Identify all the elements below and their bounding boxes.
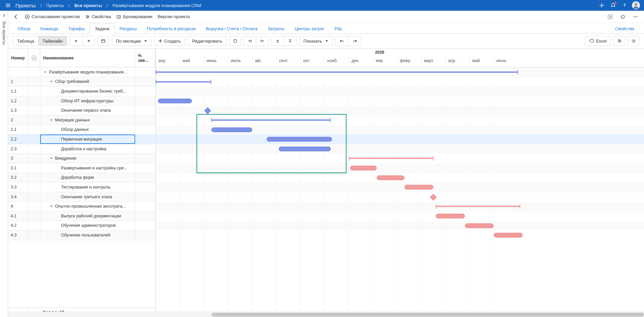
breadcrumb-1[interactable]: Все проекты [74,3,102,8]
settings-button[interactable] [628,36,639,46]
gantt-summary-bar[interactable] [436,206,520,207]
main-tabs: Обзор Команда Тарифы Задачи Ресурсы Потр… [8,23,644,34]
approval-button[interactable]: Согласование проектов [25,14,80,19]
table-row[interactable]: 3.1Развертывание и настройка сре... [8,163,155,173]
help-button[interactable]: ? [621,1,629,9]
table-row[interactable]: Развёртывание модуля планирования... [8,67,155,77]
hamburger-menu[interactable] [4,1,12,9]
show-dropdown[interactable]: Показать [299,36,332,46]
gantt-summary-bar[interactable] [349,158,433,159]
booking-button[interactable]: Бронирование [116,14,153,19]
create-button[interactable]: Создать [154,36,185,46]
tab-overview[interactable]: Обзор [13,23,36,34]
scale-dropdown[interactable]: По месяцам [112,36,151,46]
gantt-summary-bar[interactable] [156,81,211,83]
col-header-number[interactable]: Номер [8,49,28,67]
table-row[interactable]: 3.2Доработка форм [8,173,155,183]
tab-resource-demand[interactable]: Потребность в ресурсах [142,23,201,34]
move-down-button[interactable] [284,36,296,46]
col-header-checkbox[interactable] [28,49,40,67]
edit-button[interactable]: Редактировать [188,36,227,46]
outdent-button[interactable] [244,36,256,46]
view-table-button[interactable]: Таблица [13,36,38,46]
table-row[interactable]: 4.1Выпуск рабочей документации [8,211,155,221]
breadcrumb-0[interactable]: Проекты [46,3,64,8]
scrollbar-thumb[interactable] [212,313,644,317]
popout-button[interactable] [606,13,614,20]
svg-point-2 [635,3,637,6]
svg-point-9 [634,16,635,17]
tab-revenue[interactable]: Выручка / Счета / Оплата [201,23,263,34]
tab-team[interactable]: Команда [36,23,63,34]
expand-toggle[interactable] [43,70,48,74]
columns-button[interactable] [614,36,625,46]
table-row[interactable]: 4.2Обучение администраторов [8,221,155,231]
rail-label[interactable]: Все проекты [2,21,6,45]
rail-expand-icon[interactable] [2,13,6,17]
horizontal-scrollbar[interactable] [8,312,644,317]
table-row[interactable]: 2.2Первичная миграция [8,135,155,144]
nav-prev-button[interactable] [70,36,82,46]
svg-point-11 [637,16,638,17]
table-row[interactable]: 4.3Обучение пользователей [8,230,155,240]
redo-button[interactable] [348,36,361,46]
refresh-button[interactable] [619,13,627,20]
table-row[interactable]: 2Миграция данных [8,115,155,125]
tab-tasks[interactable]: Задачи [90,23,115,34]
today-button[interactable] [98,36,109,46]
properties-button[interactable]: Свойства [85,14,111,19]
view-timeline-button[interactable]: Таймлайн [38,36,67,46]
indent-button[interactable] [256,36,268,46]
notifications-button[interactable] [609,1,617,9]
gantt-summary-bar[interactable] [211,119,331,121]
gantt-task-bar[interactable] [350,166,377,170]
expand-toggle[interactable] [49,204,54,209]
move-up-button[interactable] [272,36,284,46]
timeline-month-label: апр. [445,57,470,67]
gantt-chart[interactable]: 2026 апр.майиюньиюльавг.сент.окт.нояб.де… [156,49,644,317]
table-row[interactable]: 1Сбор требований [8,77,155,87]
table-row[interactable]: 3.4Окончание третьего этапа [8,192,155,202]
calendar-icon [101,39,106,43]
undo-button[interactable] [335,36,348,46]
more-button[interactable] [632,13,639,20]
gantt-task-bar[interactable] [267,137,332,142]
user-avatar[interactable] [632,1,640,9]
gantt-task-bar[interactable] [211,127,252,132]
table-row[interactable]: 2.3Доработка и настройка [8,144,155,154]
timeline-month-label: май [470,57,494,67]
export-excel-button[interactable]: Excel [585,36,611,46]
delete-button[interactable] [229,36,241,46]
gantt-task-bar[interactable] [405,185,433,190]
tab-cost-centers[interactable]: Центры затрат [289,23,329,34]
col-header-name[interactable]: Наименование [40,49,135,67]
gantt-task-bar[interactable] [158,99,192,103]
tab-properties-right[interactable]: Свойства [610,23,639,34]
gantt-task-bar[interactable] [436,214,465,218]
gantt-summary-bar[interactable] [156,71,518,73]
tab-resources[interactable]: Ресурсы [114,23,142,34]
gantt-task-bar[interactable] [465,223,494,228]
gantt-task-bar[interactable] [494,233,523,237]
table-row[interactable]: 3Внедрение [8,154,155,163]
expand-toggle[interactable] [49,156,54,161]
table-row[interactable]: 1.3Окончание первого этапа [8,106,155,115]
tab-costs[interactable]: Затраты [263,23,289,34]
table-row[interactable]: 1.1Документирование бизнес треб... [8,87,155,96]
nav-next-button[interactable] [82,36,95,46]
add-button[interactable] [598,1,606,9]
table-row[interactable]: 4Опытно-промышленная эксплуата... [8,202,155,211]
table-row[interactable]: 1.2Обзор ИТ инфраструктуры [8,96,155,106]
col-header-percent[interactable]: % зав... [135,49,155,67]
expand-toggle[interactable] [49,118,54,122]
tab-pnl[interactable]: P&L [329,23,348,34]
tab-rates[interactable]: Тарифы [63,23,90,34]
table-row[interactable]: 3.3Тестирование и контроль [8,182,155,192]
table-row[interactable]: 2.1Обзор данных [8,125,155,135]
versions-button[interactable]: Версии проекта [158,14,190,19]
expand-toggle[interactable] [49,79,54,84]
timeline-year-label: 2026 [375,50,384,55]
gantt-task-bar[interactable] [377,175,405,180]
gantt-task-bar[interactable] [279,147,331,151]
back-button[interactable] [13,13,19,20]
